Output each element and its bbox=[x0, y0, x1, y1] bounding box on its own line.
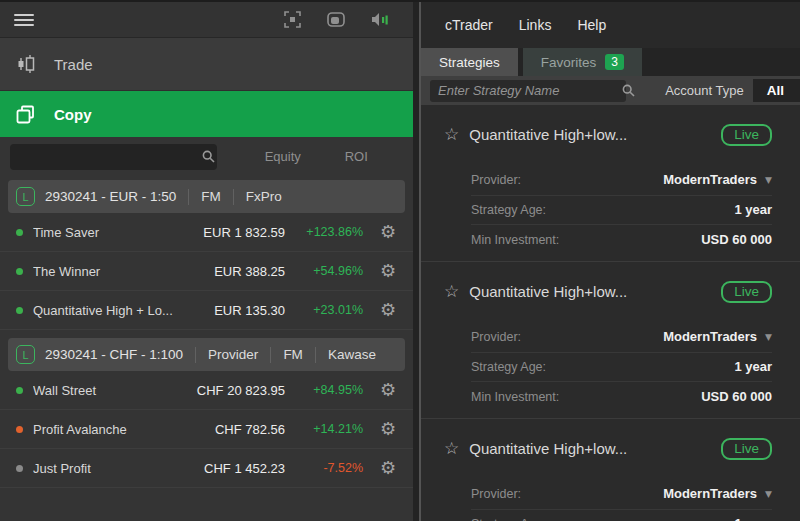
status-dot bbox=[16, 387, 23, 394]
strategy-equity: CHF 1 452.23 bbox=[185, 461, 295, 476]
sidebar-item-trade[interactable]: Trade bbox=[0, 38, 413, 91]
strategy-roi: +54.96% bbox=[295, 264, 373, 278]
menu-links[interactable]: Links bbox=[519, 17, 552, 33]
strategy-row[interactable]: Wall Street CHF 20 823.95 +84.95% ⚙ bbox=[0, 371, 413, 410]
chevron-down-icon[interactable]: ▼ bbox=[765, 332, 772, 342]
strategy-row[interactable]: Profit Avalanche CHF 782.56 +14.21% ⚙ bbox=[0, 410, 413, 449]
strategy-tabs: Strategies Favorites 3 bbox=[421, 48, 800, 76]
strategies-panel: cTrader Links Help Strategies Favorites … bbox=[421, 2, 800, 521]
app-menubar: cTrader Links Help bbox=[421, 2, 800, 48]
strategy-title: Quantitative High+low... bbox=[469, 440, 721, 457]
account-tag: Kawase bbox=[315, 347, 388, 363]
strategy-equity: EUR 1 832.59 bbox=[185, 225, 295, 240]
strategy-name: Quantitative High + Lo... bbox=[33, 303, 185, 318]
sidebar-item-copy[interactable]: Copy bbox=[0, 91, 413, 137]
strategy-row[interactable]: Quantitative High + Lo... EUR 135.30 +23… bbox=[0, 291, 413, 330]
strategy-roi: +23.01% bbox=[295, 303, 373, 317]
speaker-icon[interactable] bbox=[371, 12, 391, 27]
strategy-name: Just Profit bbox=[33, 461, 185, 476]
favorites-count-badge: 3 bbox=[605, 54, 624, 70]
live-status-badge: Live bbox=[721, 281, 772, 303]
status-dot bbox=[16, 307, 23, 314]
search-icon bbox=[202, 150, 215, 163]
account-group-header[interactable]: L 2930241 - EUR - 1:50 FM FxPro bbox=[8, 180, 405, 213]
ctrader-copy-window: Trade Copy bbox=[0, 0, 800, 521]
gear-icon[interactable]: ⚙ bbox=[373, 262, 403, 280]
strategy-filter-row: Account Type All bbox=[421, 76, 800, 105]
provider-value: ModernTraders bbox=[663, 329, 757, 344]
fullscreen-icon[interactable] bbox=[284, 11, 301, 28]
strategy-title: Quantitative High+low... bbox=[469, 126, 721, 143]
strategy-equity: CHF 782.56 bbox=[185, 422, 295, 437]
accounts-search-row: Equity ROI bbox=[0, 137, 413, 176]
hamburger-menu-icon[interactable] bbox=[14, 11, 34, 29]
strategy-title: Quantitative High+low... bbox=[469, 283, 721, 300]
provider-value: ModernTraders bbox=[663, 486, 757, 501]
account-group-header[interactable]: L 2930241 - CHF - 1:100 Provider FM Kawa… bbox=[8, 338, 405, 371]
min-investment-value: USD 60 000 bbox=[701, 389, 772, 404]
strategy-row[interactable]: Just Profit CHF 1 452.23 -7.52% ⚙ bbox=[0, 449, 413, 488]
candlestick-icon bbox=[16, 54, 42, 74]
strategy-card[interactable]: ☆ Quantitative High+low... Live Provider… bbox=[421, 262, 800, 419]
min-investment-row: Min Investment: USD 60 000 bbox=[471, 224, 772, 254]
column-header-equity[interactable]: Equity bbox=[217, 149, 311, 164]
account-search-input[interactable] bbox=[10, 144, 202, 170]
copy-icon bbox=[16, 105, 42, 124]
strategy-name: The Winner bbox=[33, 264, 185, 279]
menu-help[interactable]: Help bbox=[577, 17, 606, 33]
strategy-card[interactable]: ☆ Quantitative High+low... Live Provider… bbox=[421, 105, 800, 262]
chevron-down-icon[interactable]: ▼ bbox=[765, 175, 772, 185]
account-title: 2930241 - EUR - 1:50 bbox=[45, 189, 176, 204]
gear-icon[interactable]: ⚙ bbox=[373, 459, 403, 477]
min-investment-row: Min Investment: USD 60 000 bbox=[471, 381, 772, 411]
age-value: 1 year bbox=[734, 202, 772, 217]
sidebar-item-label: Trade bbox=[54, 56, 93, 73]
accounts-panel: Trade Copy bbox=[0, 2, 413, 521]
strategy-roi: -7.52% bbox=[295, 461, 373, 475]
strategy-name: Time Saver bbox=[33, 225, 185, 240]
windows-icon[interactable] bbox=[327, 12, 345, 27]
chevron-down-icon[interactable]: ▼ bbox=[765, 489, 772, 499]
status-dot bbox=[16, 426, 23, 433]
strategy-age-row: Strategy Age: 1 year bbox=[471, 195, 772, 225]
column-header-roi[interactable]: ROI bbox=[311, 149, 378, 164]
provider-row: Provider: ModernTraders ▼ bbox=[471, 479, 772, 509]
account-title: 2930241 - CHF - 1:100 bbox=[45, 347, 183, 362]
menu-ctrader[interactable]: cTrader bbox=[445, 17, 493, 33]
strategy-roi: +14.21% bbox=[295, 422, 373, 436]
status-dot bbox=[16, 465, 23, 472]
live-account-badge: L bbox=[16, 345, 35, 364]
gear-icon[interactable]: ⚙ bbox=[373, 301, 403, 319]
account-type-select[interactable]: All bbox=[753, 79, 800, 102]
strategy-equity: CHF 20 823.95 bbox=[185, 383, 295, 398]
strategy-equity: EUR 135.30 bbox=[185, 303, 295, 318]
account-tag: FM bbox=[188, 189, 233, 205]
favorite-star-icon[interactable]: ☆ bbox=[444, 283, 459, 300]
provider-value: ModernTraders bbox=[663, 172, 757, 187]
account-search bbox=[10, 144, 217, 170]
strategy-card[interactable]: ☆ Quantitative High+low... Live Provider… bbox=[421, 419, 800, 521]
tab-favorites[interactable]: Favorites 3 bbox=[523, 48, 642, 76]
tab-strategies[interactable]: Strategies bbox=[421, 48, 518, 76]
panel-splitter[interactable] bbox=[413, 2, 421, 521]
strategy-search bbox=[430, 80, 626, 102]
favorite-star-icon[interactable]: ☆ bbox=[444, 126, 459, 143]
gear-icon[interactable]: ⚙ bbox=[373, 381, 403, 399]
strategy-search-input[interactable] bbox=[430, 80, 622, 102]
strategy-age-row: Strategy Age: 1 year bbox=[471, 509, 772, 521]
live-status-badge: Live bbox=[721, 124, 772, 146]
tab-label: Strategies bbox=[439, 55, 500, 70]
status-dot bbox=[16, 229, 23, 236]
sidebar-item-label: Copy bbox=[54, 106, 92, 123]
live-status-badge: Live bbox=[721, 438, 772, 460]
age-value: 1 year bbox=[734, 516, 772, 521]
age-value: 1 year bbox=[734, 359, 772, 374]
strategy-row[interactable]: The Winner EUR 388.25 +54.96% ⚙ bbox=[0, 252, 413, 291]
gear-icon[interactable]: ⚙ bbox=[373, 223, 403, 241]
gear-icon[interactable]: ⚙ bbox=[373, 420, 403, 438]
favorite-star-icon[interactable]: ☆ bbox=[444, 440, 459, 457]
left-topbar bbox=[0, 2, 413, 38]
min-investment-value: USD 60 000 bbox=[701, 232, 772, 247]
strategy-cards-list: ☆ Quantitative High+low... Live Provider… bbox=[421, 105, 800, 521]
strategy-row[interactable]: Time Saver EUR 1 832.59 +123.86% ⚙ bbox=[0, 213, 413, 252]
